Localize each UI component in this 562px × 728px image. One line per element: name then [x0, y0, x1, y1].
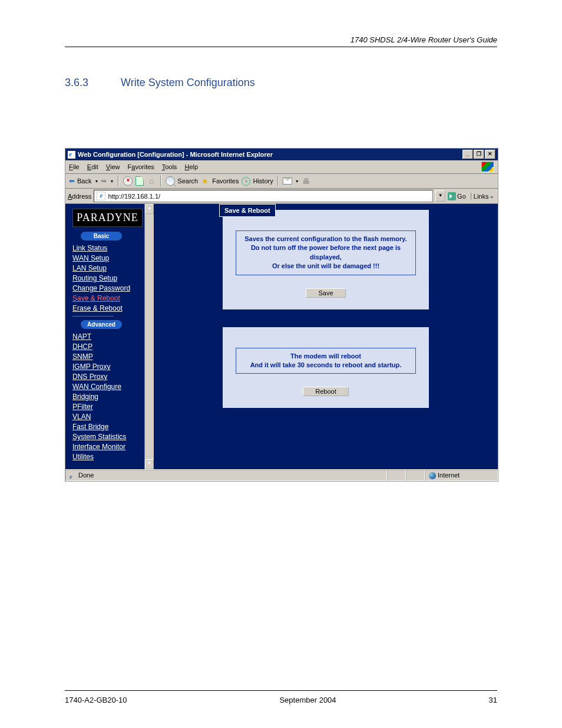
titlebar: Web Configuration [Configuration] - Micr… [65, 149, 498, 160]
save-button[interactable]: Save [306, 288, 345, 298]
main-frame: Save & Reboot Saves the current configur… [154, 204, 498, 469]
nav-routing-setup[interactable]: Routing Setup [72, 274, 154, 282]
menu-bar: File Edit View Favorites Tools Help [65, 160, 498, 174]
save-panel-title: Save & Reboot [219, 204, 276, 217]
footer-doc-id: 1740-A2-GB20-10 [65, 696, 127, 704]
nav-utilites[interactable]: Utilites [72, 453, 154, 461]
minimize-button[interactable]: _ [462, 150, 473, 159]
close-button[interactable]: ✕ [485, 150, 495, 159]
status-cell-2 [406, 470, 425, 481]
search-icon[interactable] [166, 176, 175, 186]
menu-favorites[interactable]: Favorites [128, 163, 154, 170]
save-message: Saves the current configuration to the f… [236, 230, 416, 275]
toolbar: ⬅ Back ▼ ➡ ▼ × ⌂ Search ★ Favorites Hist… [65, 174, 498, 189]
nav-advanced: NAPT DHCP SNMP IGMP Proxy DNS Proxy WAN … [72, 332, 154, 461]
go-arrow-icon [448, 192, 456, 200]
links-button[interactable]: Links » [471, 193, 495, 200]
nav-napt[interactable]: NAPT [72, 332, 154, 341]
nav-system-statistics[interactable]: System Statistics [72, 433, 154, 441]
back-dropdown-icon[interactable]: ▼ [94, 179, 98, 183]
nav-link-status[interactable]: Link Status [72, 244, 154, 252]
print-icon[interactable]: 🖶 [302, 176, 311, 186]
back-button[interactable]: Back [77, 177, 91, 185]
page-footer: 1740-A2-GB20-10 September 2004 31 [65, 690, 497, 704]
menu-help[interactable]: Help [184, 163, 198, 170]
status-cell-1 [387, 470, 406, 481]
logo: PARADYNE [72, 209, 143, 227]
mail-dropdown-icon[interactable]: ▼ [295, 179, 299, 183]
home-icon[interactable]: ⌂ [147, 176, 156, 186]
forward-dropdown-icon[interactable]: ▼ [110, 179, 114, 183]
section-heading: 3.6.3 Write System Configurations [65, 77, 497, 89]
section-title: Write System Configurations [121, 77, 255, 88]
reboot-message: The modem will reboot And it will take 3… [236, 348, 416, 374]
footer-date: September 2004 [279, 696, 336, 704]
nav-save-reboot[interactable]: Save & Reboot [72, 294, 154, 302]
header-rule [65, 47, 497, 47]
status-zone: Internet [438, 471, 459, 480]
history-icon[interactable] [241, 176, 250, 186]
status-done: Done [78, 471, 94, 480]
pill-advanced: Advanced [81, 320, 122, 329]
forward-arrow-icon[interactable]: ➡ [101, 177, 107, 185]
internet-zone-icon [429, 472, 436, 479]
refresh-icon[interactable] [135, 176, 144, 186]
nav-erase-reboot[interactable]: Erase & Reboot [72, 304, 154, 312]
address-url: http://192.168.1.1/ [108, 193, 160, 200]
nav-dns-proxy[interactable]: DNS Proxy [72, 373, 154, 381]
footer-page-num: 31 [489, 696, 497, 704]
pill-basic: Basic [81, 232, 122, 241]
window-title: Web Configuration [Configuration] - Micr… [78, 151, 273, 158]
nav-bridging[interactable]: Bridging [72, 393, 154, 401]
nav-wan-setup[interactable]: WAN Setup [72, 254, 154, 262]
status-ie-icon: e [70, 472, 77, 479]
scroll-up-icon[interactable]: ▲ [145, 204, 154, 214]
favorites-icon[interactable]: ★ [200, 176, 210, 186]
address-bar: Address e http://192.168.1.1/ ▼ Go Links… [65, 189, 498, 204]
nav-wan-configure[interactable]: WAN Configure [72, 383, 154, 391]
nav-snmp[interactable]: SNMP [72, 353, 154, 361]
scroll-down-icon[interactable]: ▼ [145, 459, 154, 469]
running-header: 1740 SHDSL 2/4-Wire Router User's Guide [65, 35, 497, 44]
save-panel: Save & Reboot Saves the current configur… [223, 210, 429, 309]
nav-change-password[interactable]: Change Password [72, 284, 154, 292]
section-number: 3.6.3 [65, 77, 118, 89]
sidebar-scrollbar[interactable]: ▲ ▼ [144, 204, 154, 469]
history-button[interactable]: History [253, 177, 273, 185]
address-field[interactable]: e http://192.168.1.1/ [94, 190, 433, 202]
search-button[interactable]: Search [177, 177, 198, 185]
go-button[interactable]: Go [448, 192, 466, 200]
sidebar: PARADYNE Basic Link Status WAN Setup LAN… [65, 204, 154, 469]
nav-basic: Link Status WAN Setup LAN Setup Routing … [72, 244, 154, 312]
nav-vlan[interactable]: VLAN [72, 413, 154, 421]
nav-fast-bridge[interactable]: Fast Bridge [72, 423, 154, 431]
stop-icon[interactable]: × [123, 176, 133, 186]
menu-view[interactable]: View [106, 163, 120, 170]
address-dropdown-icon[interactable]: ▼ [435, 190, 445, 202]
address-label: Address [68, 193, 91, 200]
content-frames: PARADYNE Basic Link Status WAN Setup LAN… [65, 204, 498, 469]
menu-edit[interactable]: Edit [87, 163, 98, 170]
windows-logo-icon [481, 162, 494, 172]
back-arrow-icon[interactable]: ⬅ [69, 177, 75, 185]
menu-file[interactable]: File [69, 163, 80, 170]
page-icon: e [97, 192, 105, 200]
ie-icon [68, 151, 75, 159]
nav-igmp-proxy[interactable]: IGMP Proxy [72, 363, 154, 371]
mail-icon[interactable] [283, 176, 292, 186]
nav-dhcp[interactable]: DHCP [72, 342, 154, 351]
status-bar: e Done Internet [65, 469, 498, 481]
nav-pfilter[interactable]: PFilter [72, 403, 154, 411]
reboot-panel: The modem will reboot And it will take 3… [223, 327, 429, 409]
reboot-button[interactable]: Reboot [303, 387, 348, 396]
ie-window: Web Configuration [Configuration] - Micr… [65, 148, 498, 482]
favorites-button[interactable]: Favorites [212, 177, 239, 185]
maximize-button[interactable]: ❐ [474, 150, 484, 159]
nav-interface-monitor[interactable]: Interface Monitor [72, 443, 154, 451]
menu-tools[interactable]: Tools [162, 163, 177, 170]
nav-lan-setup[interactable]: LAN Setup [72, 264, 154, 272]
nav-separator [72, 316, 114, 317]
